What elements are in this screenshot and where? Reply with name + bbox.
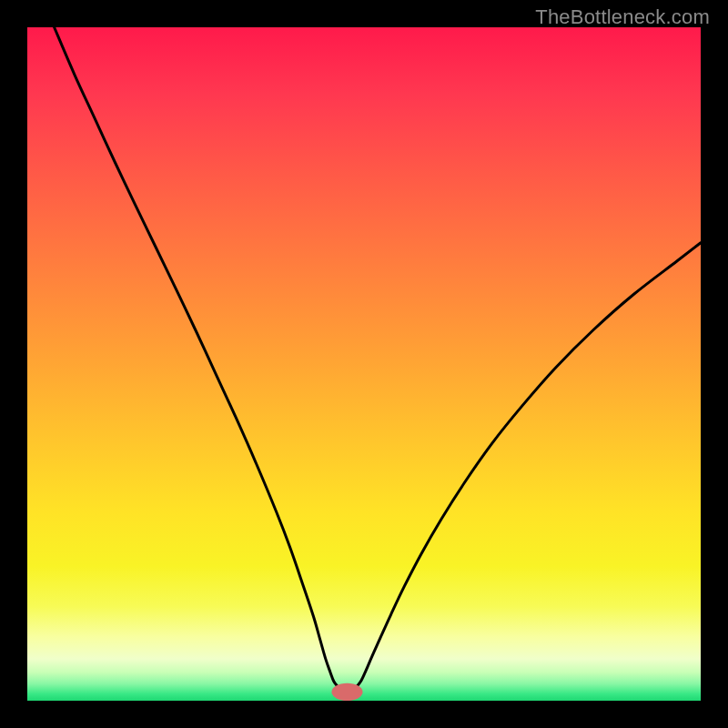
chart-background xyxy=(27,27,701,701)
minimum-marker xyxy=(331,683,362,701)
chart-frame: TheBottleneck.com xyxy=(0,0,728,728)
watermark-text: TheBottleneck.com xyxy=(535,5,710,29)
chart-plot-area xyxy=(27,27,701,701)
chart-svg xyxy=(27,27,701,701)
